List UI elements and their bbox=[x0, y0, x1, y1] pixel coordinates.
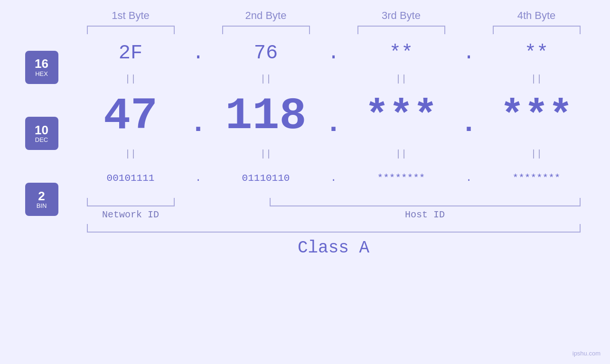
bin-dot2: . bbox=[322, 172, 346, 184]
bracket-byte2 bbox=[222, 26, 310, 34]
bin-badge: 2 BIN bbox=[25, 183, 58, 216]
dec-dot3: . bbox=[457, 93, 481, 140]
bracket-byte3 bbox=[357, 26, 445, 34]
eq1-b1: || bbox=[87, 74, 175, 84]
bottom-brackets bbox=[87, 198, 581, 206]
bin-b4: ******** bbox=[493, 173, 581, 184]
equals-row-2: || || || || bbox=[87, 147, 581, 160]
dec-b3: *** bbox=[357, 93, 445, 140]
dec-dot1: . bbox=[187, 93, 210, 140]
bin-b3: ******** bbox=[357, 173, 445, 184]
eq2-b1: || bbox=[87, 149, 175, 159]
bin-dot3: . bbox=[457, 172, 481, 184]
byte4-header: 4th Byte bbox=[493, 9, 581, 22]
hex-badge: 16 HEX bbox=[25, 51, 58, 84]
eq1-b2: || bbox=[222, 74, 310, 84]
bracket-byte4 bbox=[493, 26, 581, 34]
bracket-byte1 bbox=[87, 26, 175, 34]
dec-dot2: . bbox=[322, 93, 346, 140]
eq2-b2: || bbox=[222, 149, 310, 159]
bin-b2: 01110110 bbox=[222, 173, 310, 184]
bin-dot1: . bbox=[187, 172, 210, 184]
host-id-label: Host ID bbox=[270, 209, 581, 220]
net-id-bracket bbox=[87, 198, 175, 206]
dec-b4: *** bbox=[493, 93, 581, 140]
network-id-label: Network ID bbox=[87, 209, 175, 220]
eq1-b4: || bbox=[493, 74, 581, 84]
hex-b3: ** bbox=[357, 42, 445, 65]
dec-badge: 10 DEC bbox=[25, 117, 58, 150]
hex-dot2: . bbox=[322, 42, 346, 65]
byte2-header: 2nd Byte bbox=[222, 9, 310, 22]
hex-dot3: . bbox=[457, 42, 481, 65]
byte1-header: 1st Byte bbox=[87, 9, 175, 22]
equals-row-1: || || || || bbox=[87, 72, 581, 85]
dec-row: 47 . 118 . *** . *** bbox=[87, 85, 581, 147]
dec-b2: 118 bbox=[222, 91, 310, 142]
class-label: Class A bbox=[87, 238, 581, 258]
byte3-header: 3rd Byte bbox=[357, 9, 445, 22]
hex-b1: 2F bbox=[87, 42, 175, 65]
eq2-b3: || bbox=[357, 149, 445, 159]
host-id-bracket bbox=[270, 198, 581, 206]
hex-b2: 76 bbox=[222, 42, 310, 65]
bin-b1: 00101111 bbox=[87, 173, 175, 184]
hex-row: 2F . 76 . ** . ** bbox=[87, 34, 581, 72]
hex-b4: ** bbox=[493, 42, 581, 65]
id-labels: Network ID Host ID bbox=[87, 209, 581, 220]
outer-bracket bbox=[87, 224, 581, 233]
bin-row: 00101111 . 01110110 . ******** . *******… bbox=[87, 160, 581, 196]
hex-dot1: . bbox=[187, 42, 210, 65]
dec-b1: 47 bbox=[87, 91, 175, 142]
eq1-b3: || bbox=[357, 74, 445, 84]
eq2-b4: || bbox=[493, 149, 581, 159]
watermark: ipshu.com bbox=[572, 350, 601, 357]
